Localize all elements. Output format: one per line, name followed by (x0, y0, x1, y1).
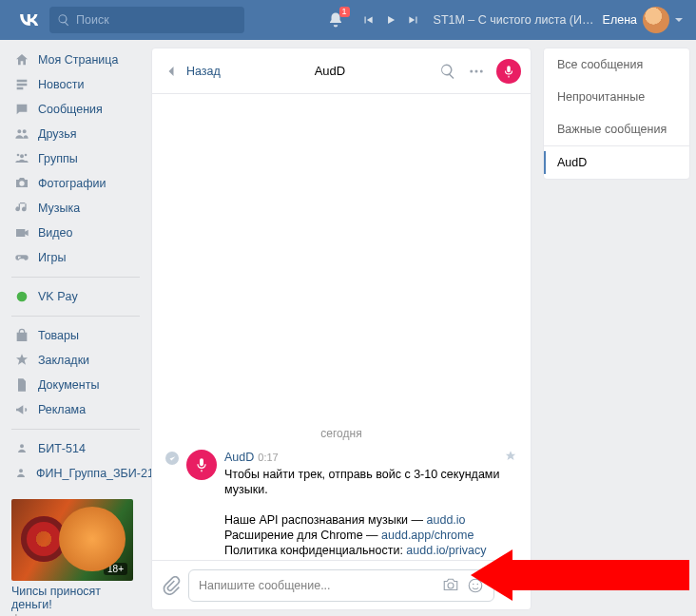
ad-block[interactable]: 18+ Чипсы приносят деньги! dp.ru Дольки … (11, 499, 133, 616)
vkpay-icon (14, 289, 29, 304)
groups-icon (13, 466, 29, 481)
current-track[interactable]: ST1M – С чистого листа (Из к/ф «... (434, 13, 595, 27)
home-icon (14, 52, 29, 67)
nav-docs[interactable]: Документы (11, 373, 140, 397)
video-icon (14, 225, 29, 241)
ad-age-badge: 18+ (104, 563, 127, 575)
camera-icon (14, 176, 29, 191)
link-privacy[interactable]: audd.io/privacy (406, 544, 486, 557)
back-button[interactable]: Назад (162, 62, 221, 81)
message-input-field[interactable] (188, 569, 494, 602)
friends-icon (14, 126, 29, 142)
search-icon (57, 13, 70, 27)
conversation-filter: Все сообщения Непрочитанные Важные сообщ… (543, 48, 690, 180)
search-box[interactable] (49, 7, 244, 33)
svg-point-4 (469, 579, 482, 592)
camera-icon[interactable] (442, 577, 459, 594)
notification-badge: 1 (339, 7, 350, 17)
svg-point-1 (470, 69, 473, 72)
link-auddio[interactable]: audd.io (427, 513, 466, 527)
svg-point-3 (480, 69, 483, 72)
search-icon[interactable] (439, 63, 456, 80)
voice-message-button[interactable] (502, 576, 521, 595)
nav-market[interactable]: Товары (11, 323, 140, 348)
nav-music[interactable]: Музыка (11, 196, 140, 221)
filter-audd[interactable]: AudD (544, 146, 689, 179)
chat-panel: Назад AudD сегодня AudD0:17 Чтобы найти … (151, 48, 532, 610)
username: Елена (603, 13, 637, 27)
nav-groups[interactable]: Группы (11, 146, 140, 171)
message-input[interactable] (199, 579, 435, 592)
player-controls: ST1M – С чистого листа (Из к/ф «... (361, 13, 595, 27)
more-icon[interactable] (468, 63, 485, 80)
chat-header: Назад AudD (152, 48, 531, 94)
nav-group-bit514[interactable]: БИТ-514 (11, 436, 140, 461)
nav-messages[interactable]: Сообщения (11, 97, 140, 122)
star-message[interactable] (504, 450, 517, 463)
nav-photos[interactable]: Фотографии (11, 171, 140, 196)
prev-track-icon[interactable] (361, 13, 375, 27)
ad-title: Чипсы приносят деньги! (11, 585, 133, 611)
search-input[interactable] (76, 13, 219, 27)
message-icon (14, 102, 29, 117)
chat-input-row (152, 560, 531, 609)
message-time: 0:17 (258, 452, 278, 463)
nav-my-page[interactable]: Моя Страница (11, 48, 140, 72)
svg-point-6 (477, 583, 479, 585)
mic-icon (502, 65, 515, 78)
mic-icon (194, 457, 209, 472)
music-icon (14, 201, 29, 216)
attach-button[interactable] (162, 576, 181, 595)
news-icon (14, 77, 29, 92)
nav-group-fin[interactable]: ФИН_Группа_ЗБИ-21 (11, 461, 140, 486)
svg-point-0 (17, 292, 28, 302)
top-header: 1 ST1M – С чистого листа (Из к/ф «... Ел… (0, 0, 696, 40)
play-icon[interactable] (384, 13, 397, 27)
message-row: AudD0:17 Чтобы найти трек, отправь войс … (165, 450, 517, 560)
bag-icon (14, 328, 29, 343)
nav-ads[interactable]: Реклама (11, 397, 140, 422)
emoji-icon[interactable] (467, 577, 484, 594)
message-text: Чтобы найти трек, отправь войс с 3-10 се… (224, 467, 517, 560)
filter-all[interactable]: Все сообщения (544, 48, 689, 81)
left-nav: Моя Страница Новости Сообщения Друзья Гр… (11, 48, 140, 616)
nav-games[interactable]: Игры (11, 245, 140, 270)
groups-icon (14, 151, 29, 166)
date-separator: сегодня (165, 427, 517, 440)
svg-point-2 (475, 69, 478, 72)
link-chrome[interactable]: audd.app/chrome (381, 529, 474, 542)
sender-name[interactable]: AudD (224, 451, 254, 464)
nav-bookmarks[interactable]: Закладки (11, 348, 140, 373)
nav-video[interactable]: Видео (11, 221, 140, 245)
vk-logo[interactable] (15, 7, 42, 33)
games-icon (14, 250, 29, 265)
chevron-down-icon (675, 18, 683, 26)
filter-important[interactable]: Важные сообщения (544, 113, 689, 145)
nav-friends[interactable]: Друзья (11, 122, 140, 146)
ad-domain: dp.ru (11, 612, 133, 616)
next-track-icon[interactable] (407, 13, 420, 27)
groups-icon (14, 441, 29, 456)
sender-avatar[interactable] (186, 450, 217, 480)
nav-vkpay[interactable]: VK Pay (11, 284, 140, 309)
doc-icon (14, 377, 29, 393)
filter-unread[interactable]: Непрочитанные (544, 81, 689, 113)
user-menu[interactable]: Елена (603, 7, 683, 33)
ad-image: 18+ (11, 499, 133, 581)
star-icon (14, 353, 29, 368)
nav-news[interactable]: Новости (11, 72, 140, 97)
avatar (643, 7, 669, 33)
chevron-left-icon (162, 62, 181, 81)
notifications-icon[interactable]: 1 (327, 11, 344, 29)
svg-point-5 (473, 583, 474, 585)
megaphone-icon (14, 402, 29, 417)
audd-avatar[interactable] (496, 59, 521, 84)
chat-title: AudD (226, 64, 434, 78)
read-indicator (165, 452, 179, 465)
chat-body[interactable]: сегодня AudD0:17 Чтобы найти трек, отпра… (152, 94, 531, 560)
